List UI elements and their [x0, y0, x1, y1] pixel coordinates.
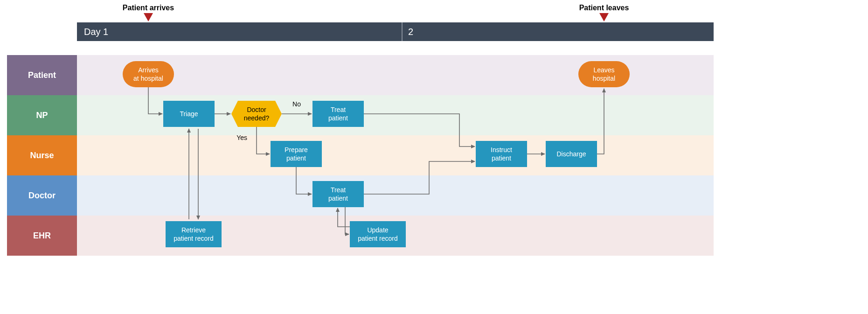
- svg-text:Treat: Treat: [331, 186, 346, 194]
- node-treat-np: Treat patient: [312, 101, 364, 127]
- svg-rect-17: [166, 221, 222, 247]
- node-treat-doctor: Treat patient: [312, 181, 364, 207]
- swimlane-diagram: Patient arrives Patient leaves Day 1 2 P…: [0, 0, 868, 314]
- svg-text:Retrieve: Retrieve: [181, 226, 206, 234]
- marker-leaves-label: Patient leaves: [579, 4, 629, 12]
- svg-marker-5: [231, 101, 282, 127]
- svg-text:patient record: patient record: [358, 235, 398, 242]
- svg-text:needed?: needed?: [244, 114, 270, 122]
- svg-text:Treat: Treat: [331, 106, 346, 113]
- svg-text:Prepare: Prepare: [285, 146, 308, 154]
- lane-label-doctor: Doctor: [28, 191, 56, 200]
- svg-text:Discharge: Discharge: [556, 150, 586, 158]
- marker-arrives-label: Patient arrives: [123, 4, 174, 12]
- node-update: Update patient record: [350, 221, 406, 247]
- timeline-bar: [77, 22, 714, 41]
- svg-rect-23: [476, 141, 527, 167]
- svg-text:patient record: patient record: [174, 235, 214, 242]
- node-prepare: Prepare patient: [271, 141, 322, 167]
- edge-label-no: No: [292, 100, 301, 108]
- lane-bg-nurse: [77, 135, 714, 175]
- svg-text:patient: patient: [492, 154, 511, 162]
- node-instruct: Instruct patient: [476, 141, 527, 167]
- marker-leaves-icon: [599, 13, 609, 21]
- svg-text:at hospital: at hospital: [133, 75, 163, 82]
- svg-rect-0: [123, 61, 174, 87]
- node-arrives: Arrives at hospital: [123, 61, 174, 87]
- marker-arrives-icon: [144, 13, 153, 21]
- node-discharge: Discharge: [546, 141, 597, 167]
- svg-text:hospital: hospital: [593, 75, 615, 82]
- timeline-day2-label: 2: [408, 27, 413, 37]
- svg-rect-20: [350, 221, 406, 247]
- svg-text:Leaves: Leaves: [593, 66, 614, 74]
- svg-text:patient: patient: [328, 114, 348, 122]
- edge-label-yes: Yes: [236, 134, 247, 141]
- svg-text:patient: patient: [286, 154, 306, 162]
- svg-rect-14: [312, 181, 364, 207]
- lane-bg-doctor: [77, 175, 714, 216]
- node-leaves: Leaves hospital: [578, 61, 630, 87]
- svg-text:patient: patient: [328, 195, 348, 202]
- node-triage: Triage: [163, 101, 215, 127]
- timeline-day1-label: Day 1: [84, 27, 108, 37]
- lane-label-ehr: EHR: [33, 231, 51, 240]
- svg-text:Triage: Triage: [180, 110, 198, 118]
- lane-label-np: NP: [36, 111, 48, 120]
- node-decision-doctor-needed: Doctor needed?: [231, 101, 282, 127]
- marker-patient-arrives: Patient arrives: [123, 4, 174, 21]
- marker-patient-leaves: Patient leaves: [579, 4, 629, 21]
- svg-rect-8: [312, 101, 364, 127]
- svg-text:Doctor: Doctor: [247, 106, 266, 113]
- lane-label-patient: Patient: [28, 70, 56, 80]
- svg-text:Arrives: Arrives: [138, 66, 159, 74]
- lane-label-nurse: Nurse: [30, 151, 54, 160]
- svg-text:Update: Update: [367, 226, 388, 234]
- svg-text:Instruct: Instruct: [491, 146, 512, 154]
- svg-rect-11: [271, 141, 322, 167]
- node-retrieve: Retrieve patient record: [166, 221, 222, 247]
- svg-rect-28: [578, 61, 630, 87]
